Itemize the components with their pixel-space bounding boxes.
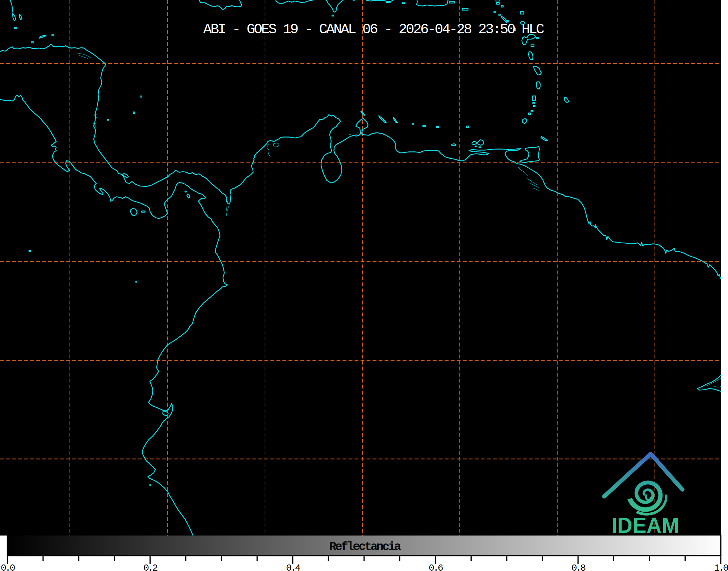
svg-text:0.4: 0.4 — [286, 563, 300, 571]
svg-text:0.8: 0.8 — [571, 563, 585, 571]
svg-text:0.6: 0.6 — [429, 563, 443, 571]
svg-text:ABI - GOES 19 - CANAL 06 - 202: ABI - GOES 19 - CANAL 06 - 2026-04-28 23… — [203, 21, 544, 38]
svg-text:Reflectancia: Reflectancia — [329, 540, 401, 554]
svg-text:0.2: 0.2 — [143, 563, 157, 571]
svg-text:1.0: 1.0 — [714, 563, 728, 571]
svg-text:0.0: 0.0 — [1, 563, 15, 571]
svg-text:IDEAM: IDEAM — [611, 513, 679, 538]
